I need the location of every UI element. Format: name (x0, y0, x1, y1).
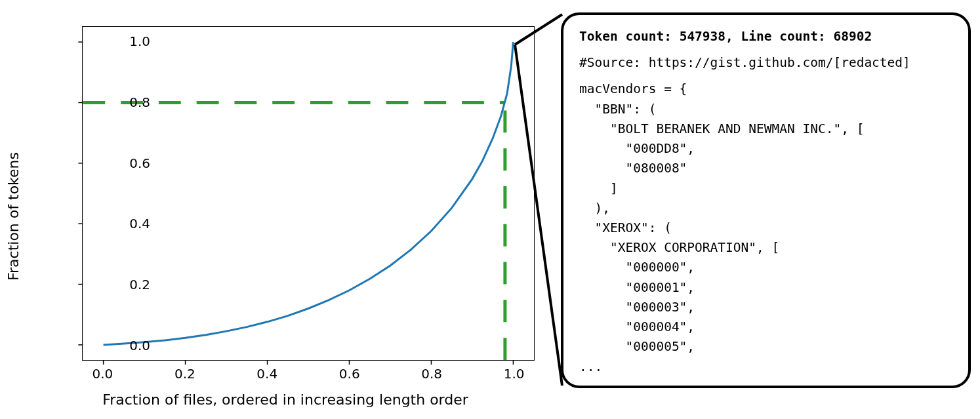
callout-code-block: macVendors = { "BBN": ( "BOLT BERANEK AN… (579, 79, 955, 376)
callout-header: Token count: 547938, Line count: 68902 (579, 27, 955, 47)
plot-box (82, 26, 535, 361)
x-tick-label: 0.6 (339, 366, 360, 382)
callout-source-line: #Source: https://gist.github.com/[redact… (579, 53, 955, 73)
x-tick-label: 0.2 (174, 366, 195, 382)
x-tick-label: 0.8 (421, 366, 442, 382)
y-tick-label: 0.6 (111, 155, 150, 171)
x-tick-label: 0.4 (256, 366, 277, 382)
code-callout-box: Token count: 547938, Line count: 68902 #… (561, 12, 971, 388)
y-axis-label: Fraction of tokens (5, 152, 22, 281)
x-axis-label: Fraction of files, ordered in increasing… (23, 391, 548, 408)
y-tick-label: 1.0 (111, 33, 150, 49)
y-tick-label: 0.4 (111, 216, 150, 231)
cumulative-curve (104, 42, 514, 345)
figure-container: Fraction of tokens 0.00.20.40.60.81.0 0.… (0, 0, 980, 419)
y-tick-label: 0.2 (111, 277, 150, 292)
y-tick-label: 0.8 (111, 94, 150, 110)
y-tick-label: 0.0 (111, 338, 150, 353)
x-tick-label: 1.0 (504, 366, 525, 382)
chart-area: Fraction of tokens 0.00.20.40.60.81.0 0.… (23, 26, 548, 407)
x-tick-label: 0.0 (92, 366, 113, 382)
plot-svg (83, 27, 534, 360)
